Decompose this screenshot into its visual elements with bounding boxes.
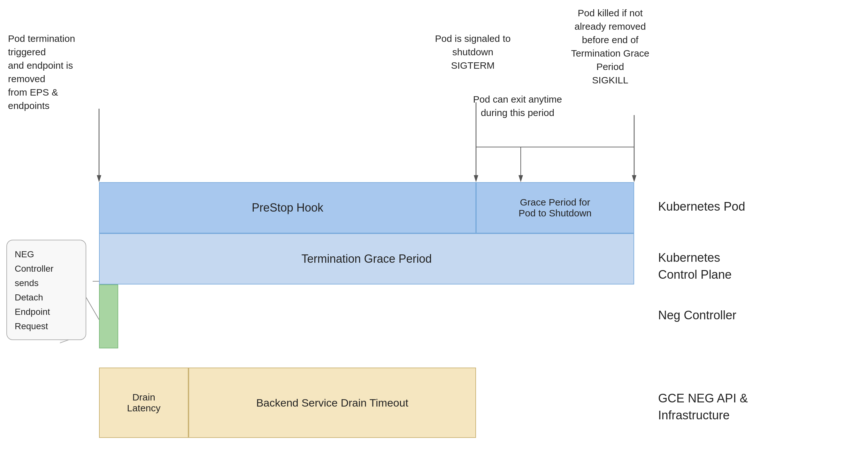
drain-timeout-label: Backend Service Drain Timeout <box>256 397 408 409</box>
bar-prestop: PreStop Hook <box>99 182 476 233</box>
bar-termination: Termination Grace Period <box>99 233 634 285</box>
label-kubernetes-pod: Kubernetes Pod <box>658 198 745 215</box>
annotation-sigterm: Pod is signaled to shutdown SIGTERM <box>409 32 537 72</box>
svg-marker-10 <box>519 175 523 182</box>
label-gce-neg: GCE NEG API & Infrastructure <box>658 390 748 424</box>
annotation-pod-can-exit: Pod can exit anytime during this period <box>454 93 582 120</box>
bar-neg <box>99 285 118 348</box>
svg-marker-5 <box>632 175 637 182</box>
prestop-label: PreStop Hook <box>252 201 323 214</box>
annotation-termination-triggered: Pod termination triggered and endpoint i… <box>8 32 94 113</box>
label-kubernetes-control: Kubernetes Control Plane <box>658 249 732 283</box>
svg-marker-1 <box>97 175 101 182</box>
speech-bubble-neg: NEG Controller sends Detach Endpoint Req… <box>6 240 86 340</box>
annotation-sigkill: Pod killed if not already removed before… <box>550 6 671 87</box>
grace-period-label: Grace Period for Pod to Shutdown <box>519 197 592 218</box>
label-neg-controller: Neg Controller <box>658 307 736 324</box>
termination-label: Termination Grace Period <box>301 252 432 266</box>
svg-marker-3 <box>474 175 478 182</box>
bar-drain-latency: Drain Latency <box>99 367 188 438</box>
bar-drain-timeout: Backend Service Drain Timeout <box>188 367 476 438</box>
bar-grace-period: Grace Period for Pod to Shutdown <box>476 182 634 233</box>
drain-latency-label: Drain Latency <box>127 392 160 414</box>
diagram-container: Pod termination triggered and endpoint i… <box>0 0 868 474</box>
